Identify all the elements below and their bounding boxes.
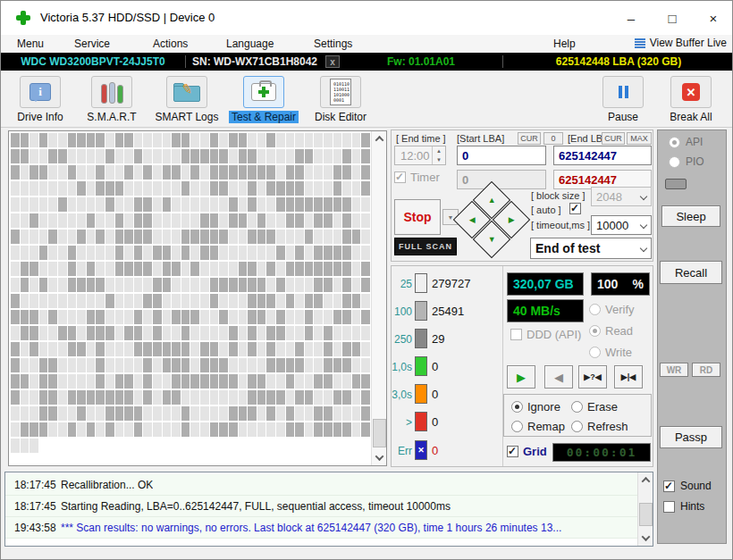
menu-item-settings[interactable]: Settings [314,38,352,50]
menu-item-service[interactable]: Service [74,38,110,50]
folder-pencil-icon: ✎ [173,83,200,102]
disk-editor-button[interactable]: 010110 110011 101000 0001 Disk Editor [301,76,380,124]
scan-block [219,149,228,163]
menu-item-help[interactable]: Help [553,38,576,50]
mode-write[interactable]: Write [589,346,632,359]
smart-button[interactable]: S.M.A.R.T [72,76,151,124]
hints-checkbox[interactable] [663,501,675,513]
goto-end-button[interactable]: ▶|◀ [614,365,643,389]
scan-block [96,278,105,292]
menu-item-menu[interactable]: Menu [17,38,44,50]
scan-block [163,358,172,372]
timeout-select[interactable]: 10000 [591,215,652,235]
end-lba-input[interactable]: 625142447 [553,146,652,165]
log-time: 18:17:45 [5,479,61,491]
scroll-down-icon[interactable] [638,531,653,546]
elapsed-time-display: 00:00:01 [552,443,651,462]
log-row[interactable]: 19:43:58 *** Scan results: no warnings, … [5,517,637,539]
grid-checkbox[interactable] [507,446,518,457]
log-scrollbar[interactable] [637,472,653,546]
break-all-button[interactable]: ✕ Break All [653,76,729,124]
action-remap[interactable]: Remap [511,420,565,433]
menu-item-actions[interactable]: Actions [153,38,188,50]
verify-radio[interactable] [589,304,601,315]
scan-block [124,390,133,405]
test-repair-button[interactable]: Test & Repair [224,76,303,124]
device-close-button[interactable]: x [325,55,340,68]
scan-block [248,165,257,180]
ignore-radio[interactable] [511,401,523,413]
scan-block [105,197,114,212]
recall-button[interactable]: Recall [660,261,722,284]
api-option[interactable]: API [669,136,703,148]
scroll-thumb[interactable] [639,503,653,526]
end-lba-cur-button[interactable]: CUR [602,132,625,145]
api-radio[interactable] [669,137,680,148]
action-erase[interactable]: Erase [571,400,618,414]
wr-button[interactable]: WR [660,363,688,377]
pio-radio[interactable] [669,156,680,168]
scan-block [295,246,304,260]
timer-toggle[interactable]: Timer [394,171,440,184]
end-time-spinner[interactable]: 12:00 ▲▼ [394,146,446,165]
scan-block [68,197,77,212]
rd-button[interactable]: RD [692,363,720,377]
stop-button[interactable]: Stop [394,199,441,235]
log-row[interactable]: 18:17:45 Starting Reading, LBA=0..625142… [5,496,637,517]
device-model[interactable]: WDC WD3200BPVT-24JJ5T0 [1,53,185,71]
drive-info-button[interactable]: i Drive Info [1,76,80,124]
sleep-button[interactable]: Sleep [661,205,720,227]
start-lba-zero-button[interactable]: 0 [543,132,563,145]
scan-block [77,294,86,308]
maximize-button[interactable]: □ [652,1,693,35]
scan-block [324,262,333,276]
read-radio[interactable] [589,325,601,337]
find-error-button[interactable]: ▶?◀ [578,365,607,389]
passp-button[interactable]: Passp [660,426,722,448]
block-size-select[interactable]: 2048 [591,187,652,206]
auto-checkbox[interactable] [569,203,581,214]
end-lba-max-button[interactable]: MAX [627,132,652,145]
pio-option[interactable]: PIO [669,155,704,168]
start-lba-label: [Start LBA] [457,133,504,144]
start-lba-cur-button[interactable]: CUR [518,132,541,145]
sound-checkbox[interactable] [663,481,675,492]
play-button[interactable]: ▶ [507,365,535,389]
ddd-checkbox[interactable] [510,329,522,340]
close-button[interactable]: × [693,1,733,35]
remap-radio[interactable] [511,421,523,432]
scan-block [305,358,314,372]
action-ignore[interactable]: Ignore [511,400,560,414]
write-radio[interactable] [589,347,601,358]
start-lba-input[interactable]: 0 [457,146,546,165]
ddd-toggle[interactable]: DDD (API) [510,328,581,341]
refresh-radio[interactable] [571,421,583,432]
map-scrollbar[interactable] [371,131,386,465]
erase-radio[interactable] [571,401,583,413]
scan-block [115,246,124,260]
scan-block [305,246,314,260]
view-buffer-live-button[interactable]: View Buffer Live [635,37,727,49]
smart-logs-button[interactable]: ✎ SMART Logs [147,76,226,124]
action-refresh[interactable]: Refresh [571,420,628,433]
scan-block [286,294,295,308]
step-back-button[interactable]: ◀ [544,365,573,389]
end-of-test-select[interactable]: End of test [530,238,652,259]
full-scan-button[interactable]: FULL SCAN [394,238,457,255]
minimize-button[interactable]: – [611,1,652,35]
timer-checkbox[interactable] [394,171,406,183]
scan-block [39,262,48,276]
mode-read[interactable]: Read [589,324,633,338]
pause-button[interactable]: Pause [586,76,661,124]
sound-toggle[interactable]: Sound [663,480,712,492]
scan-block [77,390,86,405]
spinner-arrows[interactable]: ▲▼ [432,146,445,164]
scroll-up-icon[interactable] [638,472,653,488]
hints-toggle[interactable]: Hints [663,500,704,513]
mode-verify[interactable]: Verify [589,303,635,316]
grid-toggle[interactable]: Grid [507,445,547,458]
scan-block [77,422,86,437]
log-row[interactable]: 18:17:45 Recallibration... OK [5,474,637,496]
menu-item-language[interactable]: Language [226,38,274,50]
scroll-up-icon[interactable] [372,131,387,146]
